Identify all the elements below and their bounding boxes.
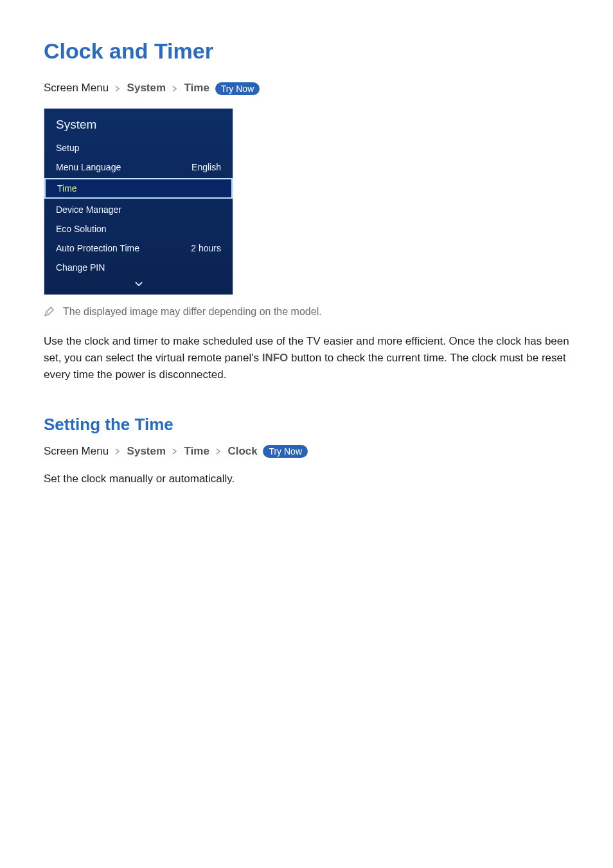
menu-item-change-pin[interactable]: Change PIN — [44, 258, 233, 277]
body-paragraph: Use the clock and timer to make schedule… — [44, 333, 574, 384]
menu-item-setup[interactable]: Setup — [44, 138, 233, 158]
page-title: Clock and Timer — [44, 39, 574, 64]
menu-item-menu-language[interactable]: Menu Language English — [44, 158, 233, 177]
try-now-badge[interactable]: Try Now — [215, 82, 260, 95]
breadcrumb-item: Time — [184, 445, 209, 457]
menu-item-device-manager[interactable]: Device Manager — [44, 200, 233, 219]
menu-item-label: Eco Solution — [56, 224, 107, 234]
menu-item-value: 2 hours — [191, 243, 221, 253]
section-title-setting-time: Setting the Time — [44, 415, 574, 435]
menu-item-label: Device Manager — [56, 204, 121, 215]
note-icon — [44, 306, 54, 321]
chevron-right-icon — [172, 84, 178, 94]
section-description: Set the clock manually or automatically. — [44, 471, 574, 487]
note-text: The displayed image may differ depending… — [63, 304, 322, 320]
scroll-down-icon[interactable] — [44, 277, 233, 294]
menu-item-label: Menu Language — [56, 162, 121, 172]
breadcrumb: Screen Menu System Time Clock Try Now — [44, 445, 574, 458]
menu-item-label: Change PIN — [56, 262, 105, 273]
breadcrumb-item: System — [127, 82, 166, 94]
menu-item-label: Auto Protection Time — [56, 243, 139, 253]
breadcrumb-item: System — [127, 445, 166, 457]
menu-item-value: English — [191, 162, 221, 172]
breadcrumb-item: Clock — [227, 445, 257, 457]
menu-item-time-selected[interactable]: Time — [44, 178, 233, 199]
breadcrumb-item: Time — [184, 82, 209, 94]
note: The displayed image may differ depending… — [44, 304, 574, 321]
chevron-right-icon — [115, 84, 121, 94]
info-keyword: INFO — [262, 352, 289, 364]
breadcrumb-prefix: Screen Menu — [44, 82, 109, 94]
try-now-badge[interactable]: Try Now — [263, 445, 308, 458]
chevron-right-icon — [172, 446, 178, 457]
menu-item-label: Setup — [56, 143, 80, 153]
chevron-right-icon — [115, 446, 121, 457]
menu-header: System — [44, 109, 233, 138]
menu-item-auto-protection-time[interactable]: Auto Protection Time 2 hours — [44, 239, 233, 258]
breadcrumb-prefix: Screen Menu — [44, 445, 109, 457]
system-menu-panel: System Setup Menu Language English Time … — [44, 108, 233, 295]
menu-item-label: Time — [57, 183, 77, 194]
breadcrumb: Screen Menu System Time Try Now — [44, 82, 574, 95]
menu-item-eco-solution[interactable]: Eco Solution — [44, 219, 233, 239]
chevron-right-icon — [216, 446, 222, 457]
